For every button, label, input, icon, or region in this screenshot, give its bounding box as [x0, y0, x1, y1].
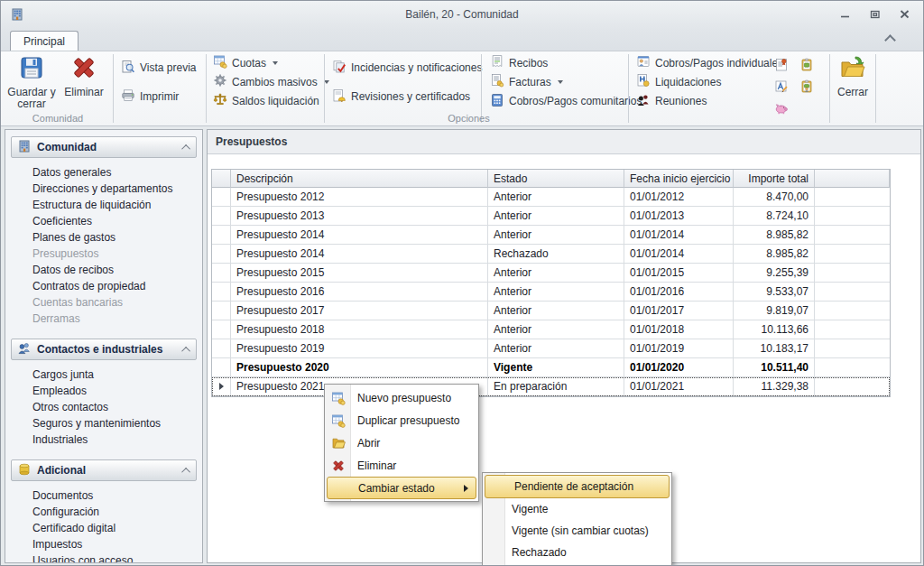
sidebar-section-adicional[interactable]: Adicional [11, 459, 197, 481]
cuotas-button[interactable]: Cuotas [209, 53, 282, 72]
gear-icon [213, 73, 227, 90]
sidebar-item-certificado-digital[interactable]: Certificado digital [32, 520, 202, 536]
open-folder-icon [325, 436, 351, 450]
receipt-icon [490, 54, 504, 71]
table-row[interactable]: Presupuesto 2014 Anterior 01/01/2014 8.9… [212, 226, 890, 245]
signature-button[interactable] [774, 79, 789, 97]
budgets-table: Descripción Estado Fecha inicio ejercici… [211, 169, 891, 397]
revisiones-button[interactable]: Revisiones y certificados [328, 88, 474, 107]
chevron-up-icon[interactable] [181, 346, 190, 355]
cobros-comunitarios-button[interactable]: Cobros/Pagos comunitarios [486, 92, 645, 111]
row-indicator [212, 302, 231, 320]
delete-x-icon [69, 53, 98, 85]
cobros-individuales-button[interactable]: Cobros/Pagos individuales [633, 53, 787, 72]
sidebar-item-seguros[interactable]: Seguros y mantenimientos [32, 415, 202, 431]
current-row-arrow-icon [219, 383, 224, 390]
sidebar-item-contratos-propiedad[interactable]: Contratos de propiedad [32, 278, 202, 294]
table-coins-icon [325, 413, 351, 428]
row-indicator [212, 207, 231, 226]
submenu-item-rechazado[interactable]: Rechazado [483, 542, 671, 563]
sidebar-item-configuracion[interactable]: Configuración [32, 504, 202, 520]
menu-item-abrir[interactable]: Abrir [325, 431, 478, 454]
menu-item-eliminar[interactable]: Eliminar [325, 454, 478, 477]
sidebar-item-impuestos[interactable]: Impuestos [32, 536, 202, 552]
table-coins-icon [325, 391, 351, 405]
submenu-item-vigente-sin-cuotas[interactable]: Vigente (sin cambiar cuotas) [483, 520, 671, 542]
row-indicator-header [212, 170, 231, 188]
col-estado[interactable]: Estado [488, 170, 624, 188]
table-row[interactable]: Presupuesto 2015 Anterior 01/01/2015 9.2… [212, 264, 890, 283]
liquidaciones-button[interactable]: Liquidaciones [633, 72, 725, 91]
sidebar-item-datos-generales[interactable]: Datos generales [32, 164, 202, 181]
certificate-button[interactable] [774, 58, 789, 75]
col-fecha[interactable]: Fecha inicio ejercicio [624, 170, 734, 188]
chevron-up-icon[interactable] [181, 144, 190, 153]
table-row[interactable]: Presupuesto 2014 Rechazado 01/01/2014 8.… [212, 245, 890, 264]
collapse-ribbon-icon[interactable] [884, 34, 896, 46]
sidebar-item-direcciones[interactable]: Direcciones y departamentos [32, 181, 202, 197]
clipboard-button[interactable] [799, 58, 814, 75]
close-icon[interactable] [899, 8, 910, 19]
sidebar-item-planes-gastos[interactable]: Planes de gastos [32, 229, 202, 246]
sidebar-item-cuentas-bancarias[interactable]: Cuentas bancarias [32, 294, 202, 311]
folder-arrow-icon [838, 53, 867, 85]
clipboard-person-button[interactable] [799, 79, 814, 97]
sidebar-item-empleados[interactable]: Empleados [32, 383, 202, 399]
sidebar-item-otros-contactos[interactable]: Otros contactos [32, 399, 202, 415]
row-indicator [212, 283, 231, 302]
chevron-up-icon[interactable] [181, 467, 190, 476]
col-importe[interactable]: Importe total [734, 170, 815, 188]
submenu-item-vigente[interactable]: Vigente [483, 498, 671, 520]
sidebar-item-documentos[interactable]: Documentos [32, 487, 202, 504]
table-row[interactable]: Presupuesto 2018 Anterior 01/01/2018 10.… [212, 320, 890, 339]
printer-icon [121, 88, 135, 106]
close-view-button[interactable]: Cerrar [832, 53, 873, 113]
row-indicator [212, 377, 231, 396]
submenu-item-pendiente-aceptacion[interactable]: Pendiente de aceptación [485, 475, 670, 498]
sidebar-item-estructura-liquidacion[interactable]: Estructura de liquidación [32, 197, 202, 213]
reuniones-button[interactable]: Reuniones [633, 92, 710, 111]
save-close-button[interactable]: Guardar y cerrar [6, 53, 57, 113]
sidebar-section-contactos[interactable]: Contactos e industriales [11, 339, 197, 360]
delete-x-icon [325, 459, 351, 473]
sidebar-item-datos-recibos[interactable]: Datos de recibos [32, 262, 202, 278]
table-row-selected[interactable]: Presupuesto 2021 En preparación 01/01/20… [212, 377, 890, 396]
sidebar-item-coeficientes[interactable]: Coeficientes [32, 213, 202, 229]
sidebar-item-industriales[interactable]: Industriales [32, 431, 202, 448]
menu-item-duplicar-presupuesto[interactable]: Duplicar presupuesto [325, 409, 478, 431]
page-coins-icon [490, 73, 504, 90]
table-row[interactable]: Presupuesto 2013 Anterior 01/01/2013 8.7… [212, 207, 890, 226]
people-icon [636, 93, 651, 110]
sidebar-item-usuarios-acceso[interactable]: Usuarios con acceso [32, 552, 202, 563]
context-menu: Nuevo presupuesto Duplicar presupuesto A… [324, 384, 479, 502]
saldos-liquidacion-button[interactable]: Saldos liquidación [209, 92, 323, 111]
tab-principal[interactable]: Principal [10, 31, 79, 51]
table-row[interactable]: Presupuesto 2017 Anterior 01/01/2017 9.8… [212, 302, 890, 320]
row-indicator [212, 339, 231, 358]
sidebar-item-presupuestos[interactable]: Presupuestos [32, 246, 202, 262]
preview-button[interactable]: Vista previa [117, 59, 199, 78]
cambios-masivos-button[interactable]: Cambios masivos [209, 72, 333, 91]
restore-icon[interactable] [869, 8, 881, 19]
row-indicator [212, 320, 231, 339]
table-row-vigente[interactable]: Presupuesto 2020 Vigente 01/01/2020 10.5… [212, 358, 890, 377]
table-row[interactable]: Presupuesto 2019 Anterior 01/01/2019 10.… [212, 339, 890, 358]
menu-item-nuevo-presupuesto[interactable]: Nuevo presupuesto [325, 386, 478, 409]
delete-button[interactable]: Eliminar [59, 53, 109, 113]
document-coin-icon [636, 73, 651, 90]
row-indicator [212, 358, 231, 377]
print-button[interactable]: Imprimir [117, 88, 182, 107]
table-header-row: Descripción Estado Fecha inicio ejercici… [212, 170, 890, 188]
minimize-icon[interactable] [839, 8, 851, 19]
preview-icon [121, 60, 135, 77]
table-row[interactable]: Presupuesto 2012 Anterior 01/01/2012 8.4… [212, 188, 890, 207]
recibos-button[interactable]: Recibos [486, 53, 551, 72]
sidebar-section-comunidad[interactable]: Comunidad [11, 136, 197, 158]
menu-item-cambiar-estado[interactable]: Cambiar estado [327, 477, 476, 499]
facturas-button[interactable]: Facturas [486, 72, 567, 91]
incidencias-button[interactable]: Incidencias y notificaciones [328, 59, 485, 78]
sidebar-item-derramas[interactable]: Derramas [32, 311, 202, 327]
sidebar-item-cargos-junta[interactable]: Cargos junta [32, 367, 202, 383]
col-descripcion[interactable]: Descripción [231, 170, 488, 188]
table-row[interactable]: Presupuesto 2016 Anterior 01/01/2016 9.5… [212, 283, 890, 302]
